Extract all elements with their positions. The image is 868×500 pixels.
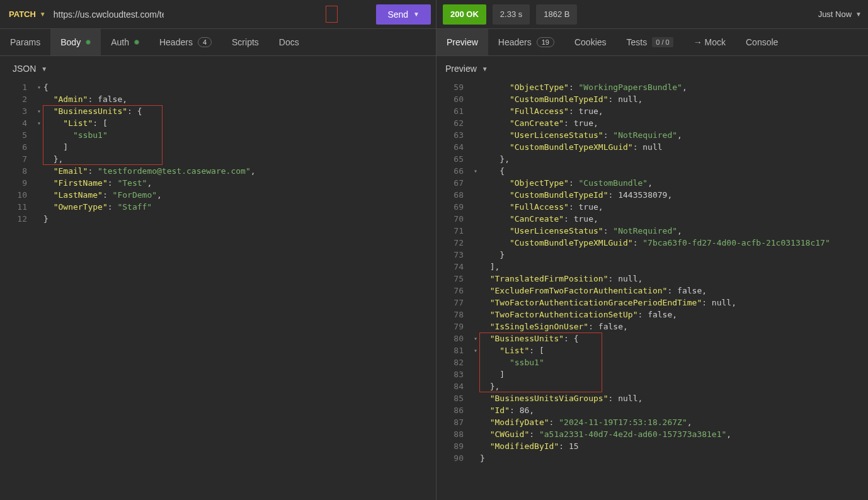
code-line: 69 "FullAccess": true, [437, 201, 868, 213]
line-number: 60 [437, 93, 471, 105]
code-content: "ssbu1" [43, 129, 108, 141]
tab-params[interactable]: Params [0, 29, 50, 55]
http-method-label: PATCH [9, 9, 36, 19]
line-number: 11 [0, 201, 35, 213]
request-body-editor[interactable]: 1▾{2 "Admin": false,3▾ "BusinessUnits": … [0, 81, 436, 225]
fold-arrow-icon [35, 153, 43, 165]
line-number: 65 [437, 153, 471, 165]
http-method-selector[interactable]: PATCH ▼ [5, 6, 50, 23]
line-number: 68 [437, 189, 471, 201]
fold-arrow-icon [471, 177, 480, 189]
code-content: "BusinessUnits": { [480, 332, 579, 344]
fold-arrow-icon [35, 189, 43, 201]
code-content: "BusinessUnitsViaGroups": null, [480, 392, 642, 404]
code-content: "CustomBundleTypeXMLGuid": null [480, 141, 663, 153]
fold-arrow-icon [471, 368, 480, 380]
code-content: "ObjectType": "WorkingPapersBundle", [480, 81, 687, 93]
tab-label: Tests [627, 37, 648, 47]
code-content: "CanCreate": true, [480, 213, 598, 225]
fold-arrow-icon[interactable]: ▾ [471, 344, 480, 356]
fold-arrow-icon [471, 452, 480, 464]
fold-arrow-icon [35, 129, 43, 141]
code-content: "BusinessUnits": { [43, 105, 142, 117]
fold-arrow-icon[interactable]: ▾ [471, 165, 480, 177]
line-number: 69 [437, 201, 471, 213]
send-button[interactable]: Send ▼ [376, 4, 431, 25]
tab-auth[interactable]: Auth [101, 29, 149, 55]
code-content: "TranslatedFirmPosition": null, [480, 273, 642, 285]
tab-label: Preview [447, 37, 478, 47]
code-line: 82 "ssbu1" [437, 356, 868, 368]
fold-arrow-icon [471, 356, 480, 368]
code-content: "ModifiedById": 15 [480, 440, 579, 452]
line-number: 62 [437, 117, 471, 129]
fold-arrow-icon[interactable]: ▾ [471, 332, 480, 344]
tab-headers[interactable]: Headers19 [488, 29, 564, 55]
code-line: 10 "LastName": "ForDemo", [0, 189, 436, 201]
code-content: "FirstName": "Test", [43, 177, 152, 189]
fold-arrow-icon [471, 129, 480, 141]
line-number: 66 [437, 165, 471, 177]
fold-arrow-icon [471, 404, 480, 416]
active-dot-icon [134, 40, 139, 45]
fold-arrow-icon [471, 93, 480, 105]
code-content: "LastName": "ForDemo", [43, 189, 162, 201]
history-dropdown[interactable]: Just Now ▼ [818, 9, 862, 19]
line-number: 87 [437, 416, 471, 428]
code-line: 81▾ "List": [ [437, 344, 868, 356]
code-line: 77 "TwoFactorAuthenticationGracePeriodEn… [437, 297, 868, 309]
line-number: 10 [0, 189, 35, 201]
tab-label: Console [746, 37, 778, 47]
fold-arrow-icon [471, 428, 480, 440]
fold-arrow-icon [471, 105, 480, 117]
fold-arrow-icon [471, 261, 480, 273]
tab-preview[interactable]: Preview [437, 29, 488, 55]
tab-body[interactable]: Body [50, 29, 101, 55]
url-input[interactable] [54, 4, 164, 25]
tab-scripts[interactable]: Scripts [222, 29, 269, 55]
code-content: "UserLicenseStatus": "NotRequired", [480, 129, 682, 141]
fold-arrow-icon [471, 249, 480, 261]
code-content: }, [43, 153, 63, 165]
fold-arrow-icon[interactable]: ▾ [35, 105, 43, 117]
tab-console[interactable]: Console [736, 29, 788, 55]
time-badge: 2.33 s [493, 4, 530, 25]
code-content: } [480, 452, 485, 464]
tab-headers[interactable]: Headers4 [149, 29, 222, 55]
fold-arrow-icon [471, 153, 480, 165]
line-number: 9 [0, 177, 35, 189]
chevron-down-icon: ▼ [413, 11, 420, 18]
tab-tests[interactable]: Tests0 / 0 [617, 29, 683, 55]
code-line: 64 "CustomBundleTypeXMLGuid": null [437, 141, 868, 153]
line-number: 82 [437, 356, 471, 368]
size-badge: 1862 B [536, 4, 577, 25]
tab-cookies[interactable]: Cookies [564, 29, 617, 55]
line-number: 72 [437, 237, 471, 249]
line-number: 84 [437, 380, 471, 392]
response-body-viewer[interactable]: 59 "ObjectType": "WorkingPapersBundle",6… [437, 81, 868, 464]
line-number: 89 [437, 440, 471, 452]
code-content: "ExcludeFromTwoFactorAuthentication": fa… [480, 285, 707, 297]
line-number: 83 [437, 368, 471, 380]
tab-label: Cookies [574, 37, 607, 47]
preview-type-dropdown[interactable]: Preview ▼ [445, 64, 488, 74]
code-content: { [43, 81, 49, 93]
tab--mock[interactable]: → Mock [683, 29, 736, 55]
fold-arrow-icon [35, 201, 43, 213]
tab-docs[interactable]: Docs [269, 29, 309, 55]
active-dot-icon [86, 40, 91, 45]
fold-arrow-icon[interactable]: ▾ [35, 117, 43, 129]
fold-arrow-icon[interactable]: ▾ [35, 81, 43, 93]
line-number: 63 [437, 129, 471, 141]
fold-arrow-icon [471, 189, 480, 201]
tab-label: Docs [279, 37, 299, 47]
code-line: 72 "CustomBundleTypeXMLGuid": "7bca63f0-… [437, 237, 868, 249]
code-line: 84 }, [437, 380, 868, 392]
body-type-dropdown[interactable]: JSON ▼ [13, 64, 47, 74]
line-number: 75 [437, 273, 471, 285]
code-line: 87 "ModifyDate": "2024-11-19T17:53:18.26… [437, 416, 868, 428]
code-content: "UserLicenseStatus": "NotRequired", [480, 225, 682, 237]
fold-arrow-icon [471, 141, 480, 153]
code-line: 83 ] [437, 368, 868, 380]
line-number: 67 [437, 177, 471, 189]
